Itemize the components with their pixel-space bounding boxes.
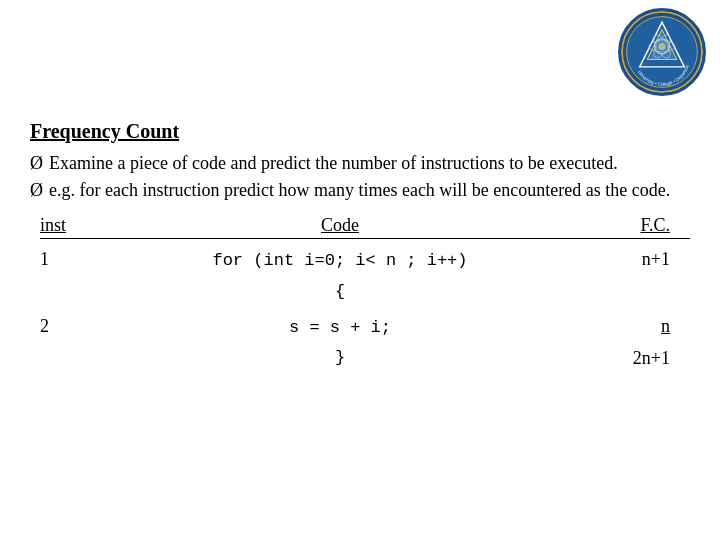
- col-header-code: Code: [120, 215, 560, 236]
- code-cell-2: s = s + i; }: [120, 313, 560, 374]
- table-row-1: 1 for (int i=0; i< n ; i++) { n+1: [40, 243, 690, 308]
- page-title: Frequency Count: [30, 120, 690, 143]
- fc-line-1-1: n+1: [560, 243, 670, 275]
- frequency-table: inst Code F.C. 1 for (int i=0; i< n ; i+…: [30, 215, 690, 375]
- code-line-2-2: }: [120, 343, 560, 374]
- university-logo: University • College • Department: [618, 8, 708, 98]
- code-line-1-1: for (int i=0; i< n ; i++): [120, 246, 560, 277]
- code-line-2-1: s = s + i;: [120, 313, 560, 344]
- table-row-2: 2 s = s + i; } n 2n+1: [40, 310, 690, 375]
- fc-cell-2: n 2n+1: [560, 310, 690, 375]
- inst-num-2: 2: [40, 310, 120, 342]
- bullet-text-1: Examine a piece of code and predict the …: [49, 153, 690, 174]
- svg-point-5: [658, 43, 665, 50]
- table-header-row: inst Code F.C.: [40, 215, 690, 239]
- bullet-2: Ø e.g. for each instruction predict how …: [30, 180, 690, 201]
- fc-line-2-2: 2n+1: [560, 342, 670, 374]
- bullet-text-2: e.g. for each instruction predict how ma…: [49, 180, 690, 201]
- code-line-1-2: {: [120, 277, 560, 308]
- inst-num-1: 1: [40, 243, 120, 275]
- code-cell-1: for (int i=0; i< n ; i++) {: [120, 246, 560, 307]
- main-content: Frequency Count Ø Examine a piece of cod…: [0, 100, 720, 397]
- bullet-symbol-1: Ø: [30, 153, 43, 174]
- col-header-fc: F.C.: [560, 215, 690, 236]
- bullet-1: Ø Examine a piece of code and predict th…: [30, 153, 690, 174]
- fc-line-2-1: n: [560, 310, 670, 342]
- fc-cell-1: n+1: [560, 243, 690, 308]
- fc-line-1-2: [560, 275, 670, 307]
- col-header-inst: inst: [40, 215, 120, 236]
- bullet-symbol-2: Ø: [30, 180, 43, 201]
